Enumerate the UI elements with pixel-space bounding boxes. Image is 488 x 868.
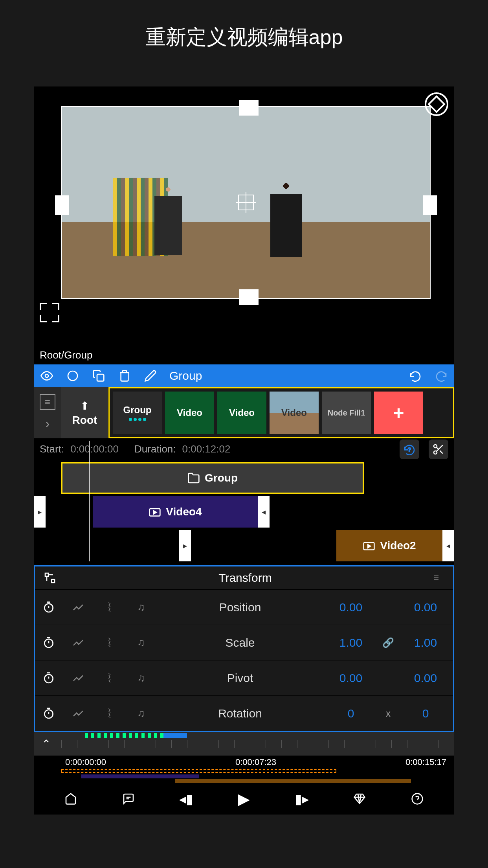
collapse-icon[interactable]: ⌃	[42, 737, 51, 750]
stopwatch-icon[interactable]	[35, 601, 62, 614]
breadcrumb[interactable]: Root/Group	[34, 346, 454, 364]
transform-value-1[interactable]: 1.00	[323, 636, 378, 649]
duration-value[interactable]: 0:00:12:02	[182, 443, 231, 455]
clip-video4[interactable]: Video4	[93, 496, 258, 528]
center-anchor-icon[interactable]	[238, 195, 254, 210]
transform-label: Position	[157, 601, 323, 614]
play-icon[interactable]: ▶	[234, 789, 254, 809]
copy-icon[interactable]	[92, 369, 106, 383]
chevron-right-icon[interactable]: ›	[40, 416, 55, 432]
ruler-t3: 0:00:15:17	[405, 757, 446, 767]
transform-value-2[interactable]: 0.00	[398, 601, 453, 614]
comment-icon[interactable]	[119, 789, 138, 809]
transform-value-1[interactable]: 0.00	[323, 671, 378, 685]
link-icon[interactable]: 🔗	[378, 637, 398, 648]
transform-node-icon[interactable]	[43, 571, 57, 585]
music-icon[interactable]: ♫	[125, 672, 157, 684]
svg-text:?: ?	[408, 447, 411, 452]
resize-handle-top[interactable]	[239, 100, 259, 116]
step-back-icon[interactable]: ◂▮	[176, 789, 196, 809]
timing-row: Start: 0:00:00:00 Duration: 0:00:12:02 ?	[34, 438, 454, 460]
graph-icon[interactable]	[62, 672, 94, 684]
ruler[interactable]: ⌃	[34, 732, 454, 756]
clip-video2-label: Video2	[380, 539, 416, 552]
transform-value-2[interactable]: 0.00	[398, 671, 453, 685]
music-icon[interactable]: ♫	[125, 707, 157, 719]
stopwatch-icon[interactable]	[35, 707, 62, 720]
help-icon[interactable]: ?	[400, 440, 419, 459]
stopwatch-icon[interactable]	[35, 672, 62, 684]
edit-icon[interactable]	[143, 369, 158, 383]
circle-icon[interactable]	[66, 369, 80, 383]
preview-area[interactable]	[34, 86, 454, 346]
svg-point-4	[434, 445, 437, 448]
canvas-frame[interactable]	[61, 106, 431, 299]
ruler-t2: 0:00:07:23	[235, 757, 276, 767]
clip-handle-right-2[interactable]: ◂	[442, 530, 454, 561]
rotate-icon[interactable]	[425, 92, 448, 116]
undo-icon[interactable]	[408, 369, 422, 383]
clip-video2[interactable]: Video2	[336, 530, 442, 561]
transform-header: Transform ☰	[35, 566, 453, 589]
root-node[interactable]: ⬆ Root	[61, 387, 108, 438]
fullscreen-icon[interactable]	[40, 303, 59, 322]
video-icon	[149, 506, 161, 518]
help-circle-icon[interactable]	[407, 789, 427, 809]
toolbar-group-label: Group	[169, 369, 396, 383]
ruler-keyframes-blue	[163, 733, 187, 738]
clip-handle-left[interactable]: ▸	[34, 496, 46, 528]
graph-icon[interactable]	[62, 601, 94, 614]
wiggle-icon[interactable]: ⦚	[94, 601, 125, 613]
transform-panel: Transform ☰ ⦚♫Position0.000.00⦚♫Scale1.0…	[34, 565, 454, 732]
graph-icon[interactable]	[62, 707, 94, 720]
list-icon[interactable]: ≡	[40, 394, 55, 410]
node-video-2[interactable]: Video	[217, 392, 266, 434]
svg-rect-2	[97, 374, 104, 381]
menu-icon[interactable]: ☰	[433, 574, 445, 582]
music-icon[interactable]: ♫	[125, 601, 157, 613]
transform-value-1[interactable]: 0	[323, 707, 378, 720]
node-group[interactable]: Group	[113, 392, 162, 434]
graph-icon[interactable]	[62, 636, 94, 649]
node-row: ≡ › ⬆ Root Group Video Video Video Node …	[34, 387, 454, 438]
home-icon[interactable]	[61, 789, 81, 809]
transform-value-2[interactable]: 0	[398, 707, 453, 720]
node-fill[interactable]: Node Fill1	[322, 392, 371, 434]
music-icon[interactable]: ♫	[125, 636, 157, 649]
clip-handle-right[interactable]: ◂	[258, 496, 270, 528]
transform-value-1[interactable]: 0.00	[323, 601, 378, 614]
wiggle-icon[interactable]: ⦚	[94, 707, 125, 719]
wiggle-icon[interactable]: ⦚	[94, 672, 125, 684]
step-forward-icon[interactable]: ▮▸	[292, 789, 312, 809]
toolbar: Group	[34, 364, 454, 387]
node-video-3[interactable]: Video	[270, 392, 319, 434]
stopwatch-icon[interactable]	[35, 636, 62, 649]
ruler-bars	[61, 769, 454, 783]
folder-icon	[187, 472, 200, 484]
resize-handle-right[interactable]	[423, 195, 437, 215]
playhead[interactable]	[89, 441, 90, 561]
add-node-button[interactable]: +	[374, 392, 423, 434]
resize-handle-bottom[interactable]	[239, 289, 259, 305]
transform-title: Transform	[57, 571, 433, 585]
visibility-icon[interactable]	[40, 369, 54, 383]
wiggle-icon[interactable]: ⦚	[94, 636, 125, 649]
diamond-icon[interactable]	[350, 789, 369, 809]
side-nav: ≡ ›	[34, 387, 61, 438]
scissors-icon[interactable]	[429, 440, 448, 459]
redo-icon[interactable]	[434, 369, 448, 383]
trash-icon[interactable]	[117, 369, 132, 383]
transform-row-pivot: ⦚♫Pivot0.000.00	[35, 660, 453, 695]
link-icon[interactable]: x	[378, 708, 398, 719]
root-label: Root	[72, 414, 97, 427]
timeline-area: Group ▸ Video4 ◂ ▸ Video2 ◂	[34, 462, 454, 561]
transform-value-2[interactable]: 1.00	[398, 636, 453, 649]
clip-handle-left-2[interactable]: ▸	[179, 530, 191, 561]
person-figure-1	[133, 166, 204, 284]
resize-handle-left[interactable]	[55, 195, 69, 215]
node-video-1[interactable]: Video	[165, 392, 214, 434]
person-figure-2	[251, 166, 321, 284]
ruler-times: 0:00:00:00 0:00:07:23 0:00:15:17	[34, 756, 454, 769]
clip-group[interactable]: Group	[61, 462, 364, 494]
start-value[interactable]: 0:00:00:00	[70, 443, 119, 455]
